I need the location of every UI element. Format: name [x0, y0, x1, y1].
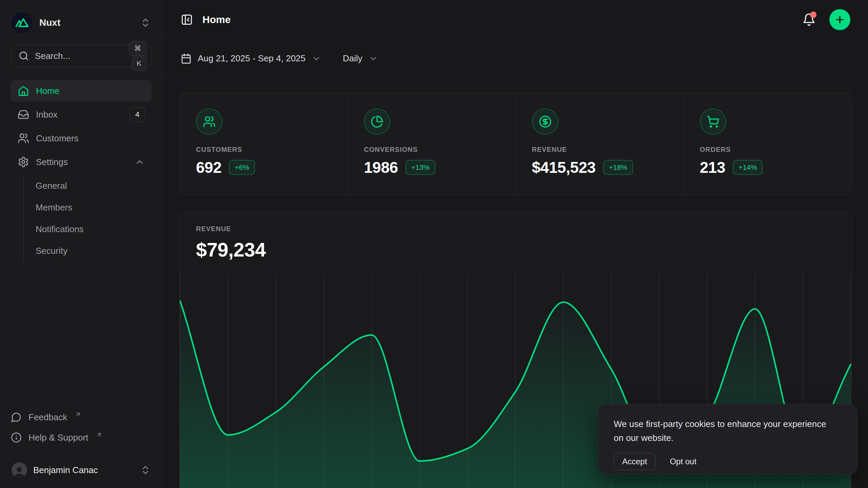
search-input[interactable]: Search... ⌘K	[11, 45, 152, 67]
stat-delta-badge: +6%	[229, 160, 255, 175]
chevron-up-icon	[135, 157, 145, 167]
arrow-up-right-icon	[75, 411, 81, 418]
sidebar-item-notifications[interactable]: Notifications	[24, 218, 152, 240]
stat-delta-badge: +14%	[733, 160, 763, 175]
stat-label: ORDERS	[700, 146, 835, 154]
sidebar-item-settings[interactable]: Settings	[11, 151, 152, 173]
page-title: Home	[202, 14, 231, 25]
optout-cookies-button[interactable]: Opt out	[670, 457, 696, 466]
stat-label: REVENUE	[532, 146, 667, 154]
notifications-button[interactable]	[802, 13, 816, 26]
stat-value: 213	[700, 158, 725, 177]
search-icon	[19, 51, 29, 61]
inbox-count-badge: 4	[130, 107, 145, 122]
stats-panel: CUSTOMERS 692 +6% CONVERSIONS 1986 +13%	[179, 93, 852, 195]
granularity-select[interactable]: Daily	[343, 53, 378, 64]
user-name: Benjamin Canac	[33, 465, 98, 475]
stat-label: CONVERSIONS	[364, 146, 499, 154]
help-support-link[interactable]: Help & Support	[11, 427, 152, 448]
shopping-cart-icon	[700, 108, 726, 135]
date-range-label: Aug 21, 2025 - Sep 4, 2025	[198, 53, 305, 64]
sidebar-item-customers[interactable]: Customers	[11, 127, 152, 149]
sidebar-item-label: Security	[36, 246, 67, 256]
feedback-label: Feedback	[28, 412, 67, 423]
sidebar-item-members[interactable]: Members	[24, 197, 152, 218]
workspace-switcher[interactable]: Nuxt	[0, 0, 162, 43]
page-header: Home	[163, 0, 868, 40]
chevrons-up-down-icon	[140, 465, 151, 475]
stat-value: $415,523	[532, 158, 596, 177]
stat-value: 1986	[364, 158, 398, 177]
sidebar-item-label: Members	[36, 202, 72, 213]
arrow-up-right-icon	[96, 431, 102, 438]
date-range-picker[interactable]: Aug 21, 2025 - Sep 4, 2025	[181, 53, 321, 64]
chevron-down-icon	[369, 54, 378, 63]
stat-card-revenue[interactable]: REVENUE $415,523 +18%	[516, 93, 684, 195]
sidebar: Nuxt Search... ⌘K Home Inbox 4	[0, 0, 163, 488]
revenue-chart-value: $79,234	[196, 238, 835, 261]
cookie-message: We use first-party cookies to enhance yo…	[614, 417, 831, 445]
chevrons-up-down-icon[interactable]	[140, 17, 151, 28]
stat-card-orders[interactable]: ORDERS 213 +14%	[684, 93, 851, 195]
sidebar-nav: Home Inbox 4 Customers Settings Genera	[11, 80, 152, 262]
add-button[interactable]	[829, 9, 850, 30]
granularity-label: Daily	[343, 53, 362, 64]
info-icon	[11, 432, 22, 443]
cookie-banner: We use first-party cookies to enhance yo…	[598, 404, 857, 474]
stat-delta-badge: +18%	[603, 160, 633, 175]
filters-toolbar: Aug 21, 2025 - Sep 4, 2025 Daily	[163, 40, 868, 78]
sidebar-item-label: General	[36, 181, 67, 191]
stat-label: CUSTOMERS	[196, 146, 331, 154]
sidebar-item-label: Customers	[36, 133, 79, 144]
settings-subnav: General Members Notifications Security	[23, 175, 152, 262]
inbox-icon	[18, 109, 29, 120]
sidebar-item-label: Notifications	[36, 224, 84, 235]
gear-icon	[18, 156, 29, 168]
home-icon	[18, 85, 29, 97]
avatar	[12, 462, 27, 478]
user-menu[interactable]: Benjamin Canac	[0, 453, 162, 488]
sidebar-item-general[interactable]: General	[24, 175, 152, 197]
collapse-sidebar-button[interactable]	[181, 14, 193, 26]
stat-delta-badge: +13%	[406, 160, 435, 175]
pie-chart-icon	[364, 108, 390, 135]
kbd-k: K	[132, 56, 146, 71]
sidebar-item-label: Settings	[36, 157, 68, 167]
calendar-icon	[181, 53, 192, 64]
nuxt-logo	[12, 12, 33, 33]
accept-cookies-button[interactable]: Accept	[614, 453, 655, 470]
circle-dollar-icon	[532, 108, 558, 135]
sidebar-item-home[interactable]: Home	[11, 80, 152, 102]
sidebar-item-label: Inbox	[36, 109, 58, 120]
users-icon	[196, 108, 222, 135]
revenue-chart-label: REVENUE	[196, 225, 835, 233]
stat-value: 692	[196, 158, 221, 177]
notification-dot	[810, 12, 816, 18]
kbd-cmd: ⌘	[129, 41, 146, 56]
search-placeholder: Search...	[35, 51, 123, 61]
sidebar-item-inbox[interactable]: Inbox 4	[11, 104, 152, 125]
chevron-down-icon	[312, 54, 321, 63]
message-circle-icon	[11, 412, 22, 423]
sidebar-item-security[interactable]: Security	[24, 240, 152, 262]
stat-card-customers[interactable]: CUSTOMERS 692 +6%	[180, 93, 348, 195]
sidebar-item-label: Home	[36, 86, 59, 96]
sidebar-footer-links: Feedback Help & Support	[0, 407, 162, 453]
help-support-label: Help & Support	[28, 432, 88, 443]
stat-card-conversions[interactable]: CONVERSIONS 1986 +13%	[348, 93, 515, 195]
users-icon	[18, 133, 29, 144]
feedback-link[interactable]: Feedback	[11, 407, 152, 427]
brand-name: Nuxt	[39, 17, 60, 28]
